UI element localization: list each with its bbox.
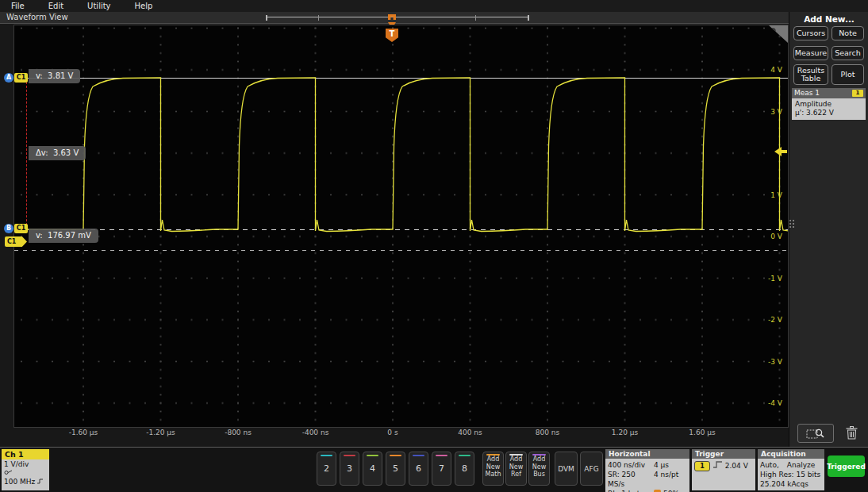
waveform-graticule[interactable]: 4 V3 V1 V0 V-1 V-2 V-3 V-4 V: [14, 25, 788, 427]
delete-trash-button[interactable]: [840, 424, 862, 441]
add-new-bus-button[interactable]: Add New Bus: [528, 452, 550, 486]
time-tick-label: 1.60 µs: [678, 429, 726, 436]
zoom-box-button[interactable]: [797, 424, 834, 443]
voltage-tick-label: 4 V: [770, 66, 782, 74]
ribbon-tick: [318, 15, 319, 21]
acquisition-count: 25.204 kAcqs: [760, 479, 822, 489]
afg-button[interactable]: AFG: [580, 452, 603, 486]
meas1-title: Meas 1: [794, 89, 820, 97]
add-search-button[interactable]: Search: [832, 46, 864, 60]
meas1-name: Amplitude: [795, 100, 862, 109]
zoom-box-icon: [806, 428, 825, 440]
voltage-tick-label: 1 V: [770, 191, 782, 199]
add-ref-line2: New: [506, 463, 526, 471]
trash-icon: [846, 426, 858, 440]
channel1-scale: 1 V/div: [4, 460, 47, 469]
voltage-tick-label: 3 V: [770, 108, 782, 116]
main-content: Waveform View T: [0, 12, 868, 447]
record-length: RL: 1 kpts: [608, 489, 654, 492]
channel4-button[interactable]: 4: [363, 452, 382, 486]
add-results-table-button[interactable]: Results Table: [793, 64, 828, 85]
voltage-tick-label: -4 V: [768, 399, 782, 407]
channel2-button[interactable]: 2: [317, 452, 336, 486]
trigger-panel[interactable]: Trigger 1 2.04 V: [692, 449, 755, 490]
trigger-title: Trigger: [692, 449, 755, 459]
channel8-button[interactable]: 8: [455, 452, 474, 486]
add-measure-button[interactable]: Measure: [793, 46, 828, 60]
dvm-button[interactable]: DVM: [555, 452, 578, 486]
menu-edit[interactable]: Edit: [48, 2, 63, 10]
meas1-body: Amplitude µ': 3.622 V: [792, 98, 866, 120]
channel1-badge[interactable]: Ch 1 1 V/div 100 MHz: [2, 449, 49, 489]
meas1-result-card[interactable]: Meas 1 1 Amplitude µ': 3.622 V: [792, 88, 866, 120]
waveform-view-title: Waveform View: [6, 13, 68, 21]
ch1-trace: [14, 78, 788, 232]
channel6-button[interactable]: 6: [409, 452, 428, 486]
channel3-button[interactable]: 3: [340, 452, 359, 486]
cursor-a-badge[interactable]: A: [4, 73, 13, 83]
add-bus-line1: Add: [529, 455, 549, 463]
panel-divider-grip[interactable]: [789, 220, 794, 228]
waveform-canvas: [14, 25, 788, 427]
channel7-color-bar: [436, 455, 447, 456]
voltage-tick-label: -3 V: [768, 358, 782, 366]
menu-file[interactable]: File: [11, 2, 25, 10]
acquisition-panel[interactable]: Acquisition Auto, Analyze High Res: 15 b…: [758, 449, 824, 490]
menu-help[interactable]: Help: [135, 2, 153, 10]
channel2-label: 2: [317, 463, 336, 474]
add-note-button[interactable]: Note: [832, 26, 864, 40]
channel6-label: 6: [409, 463, 428, 474]
voltage-tick-label: -2 V: [768, 316, 782, 324]
add-plot-button[interactable]: Plot: [832, 64, 864, 85]
cursor-a-channel-badge[interactable]: C1: [14, 73, 28, 83]
add-cursors-button[interactable]: Cursors: [793, 26, 828, 40]
bandwidth-icon: [37, 479, 44, 484]
channel3-label: 3: [340, 463, 359, 474]
add-new-title: Add New...: [789, 14, 868, 24]
time-tick-label: -1.60 µs: [60, 429, 107, 436]
add-new-ref-button[interactable]: Add New Ref: [505, 452, 527, 486]
channel1-title: Ch 1: [2, 449, 49, 459]
acquisition-analyze: Analyze: [787, 460, 815, 470]
horizontal-position-ribbon[interactable]: [266, 15, 529, 21]
channel5-button[interactable]: 5: [386, 452, 405, 486]
meas1-header: Meas 1 1: [792, 88, 866, 98]
horizontal-window: 4 µs: [654, 460, 669, 470]
menu-utility[interactable]: Utility: [87, 2, 110, 10]
results-bar: Add New... Cursors Note Measure Search R…: [789, 12, 868, 447]
channel8-color-bar: [459, 455, 470, 456]
add-new-math-button[interactable]: Add New Math: [482, 452, 504, 486]
add-bus-line3: Bus: [529, 471, 549, 479]
channel1-bandwidth: 100 MHz: [4, 478, 35, 486]
channel7-button[interactable]: 7: [432, 452, 451, 486]
cursor-delta-voltage-readout: Δv: 3.63 V: [29, 146, 86, 160]
rising-edge-icon: [712, 460, 723, 469]
channel8-label: 8: [455, 463, 474, 474]
channel5-color-bar: [390, 455, 401, 456]
channel5-label: 5: [386, 463, 405, 474]
time-tick-label: -800 ns: [214, 429, 262, 436]
cursor-b-badge[interactable]: B: [4, 224, 13, 233]
channel4-label: 4: [363, 463, 382, 474]
time-tick-label: 0 s: [369, 429, 417, 436]
voltage-tick-label: -1 V: [768, 275, 782, 283]
add-ref-line3: Ref: [506, 471, 526, 479]
sample-resolution: 4 ns/pt: [654, 470, 678, 489]
horizontal-panel[interactable]: Horizontal 400 ns/div 4 µs SR: 250 MS/s …: [605, 449, 689, 492]
horizontal-title: Horizontal: [605, 449, 689, 459]
time-tick-label: 400 ns: [447, 429, 494, 436]
time-tick-label: 1.20 µs: [601, 429, 649, 436]
acquisition-mode: Auto,: [760, 460, 779, 470]
add-math-line3: Math: [483, 471, 503, 479]
time-tick-label: -1.20 µs: [137, 429, 185, 436]
channel3-color-bar: [344, 455, 355, 456]
channel2-color-bar: [321, 455, 332, 456]
time-tick-label: -400 ns: [292, 429, 340, 436]
ribbon-tick: [475, 15, 476, 21]
add-math-line2: New: [483, 463, 503, 471]
channel1-bandwidth-row: 100 MHz: [4, 478, 47, 486]
meas1-source-badge: 1: [852, 90, 863, 97]
cursor-b-channel-badge[interactable]: C1: [14, 224, 28, 233]
add-ref-line1: Add: [506, 455, 526, 463]
channel1-settings: 1 V/div 100 MHz: [2, 459, 49, 490]
